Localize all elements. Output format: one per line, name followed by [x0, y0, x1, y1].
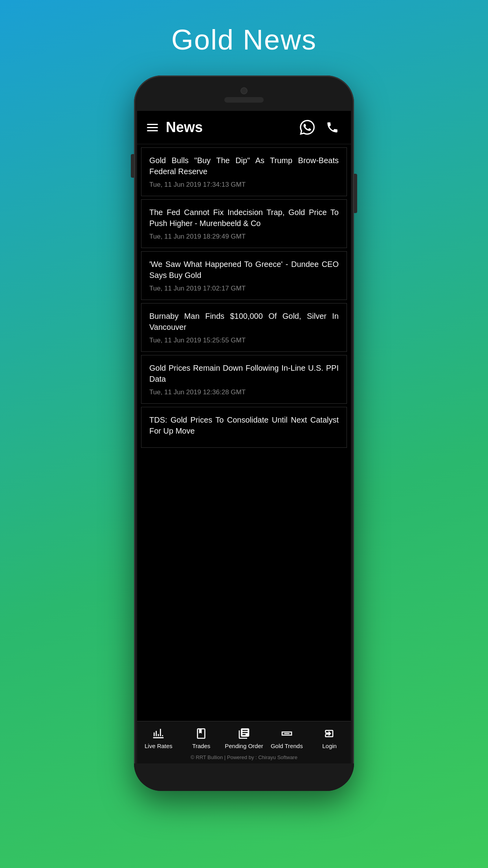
news-headline: Gold Bulls "Buy The Dip" As Trump Brow-B… [149, 155, 339, 177]
bottom-nav: Live Rates Trades Pending Order Gold Tre… [137, 721, 351, 753]
whatsapp-icon [300, 120, 315, 135]
header-left: News [147, 119, 203, 136]
nav-item-gold-trends[interactable]: Gold Trends [265, 725, 308, 751]
phone-call-icon [326, 121, 339, 134]
news-headline: TDS: Gold Prices To Consolidate Until Ne… [149, 414, 339, 436]
hamburger-line-2 [147, 127, 158, 128]
chart-line-icon [151, 726, 165, 741]
phone-screen: News Gold Bulls "Buy The Dip [137, 111, 351, 763]
phone-speaker [224, 97, 264, 103]
whatsapp-button[interactable] [299, 119, 316, 136]
phone-camera [240, 87, 248, 94]
news-item[interactable]: Gold Bulls "Buy The Dip" As Trump Brow-B… [141, 147, 347, 196]
news-headline: The Fed Cannot Fix Indecision Trap, Gold… [149, 207, 339, 229]
news-date: Tue, 11 Jun 2019 17:34:13 GMT [149, 181, 339, 189]
login-icon [323, 726, 337, 741]
header-icons [299, 119, 341, 136]
nav-label: Login [322, 743, 337, 749]
gold-bar-icon [280, 726, 294, 741]
nav-item-live-rates[interactable]: Live Rates [137, 725, 180, 751]
nav-label: Live Rates [145, 743, 172, 749]
nav-label: Pending Order [225, 743, 263, 749]
phone-frame: News Gold Bulls "Buy The Dip [134, 75, 354, 791]
hamburger-line-3 [147, 130, 158, 131]
phone-top [134, 75, 354, 111]
news-item[interactable]: 'We Saw What Happened To Greece' - Dunde… [141, 251, 347, 300]
news-date: Tue, 11 Jun 2019 15:25:55 GMT [149, 337, 339, 344]
phone-bottom [134, 763, 354, 791]
footer-text: © RRT Bullion | Powered by : Chirayu Sof… [137, 753, 351, 763]
news-headline: Burnaby Man Finds $100,000 Of Gold, Silv… [149, 311, 339, 333]
news-date: Tue, 11 Jun 2019 18:29:49 GMT [149, 233, 339, 241]
page-title: Gold News [171, 24, 317, 56]
news-date: Tue, 11 Jun 2019 12:36:28 GMT [149, 388, 339, 396]
nav-item-trades[interactable]: Trades [180, 725, 223, 751]
header-title: News [166, 119, 203, 136]
news-headline: 'We Saw What Happened To Greece' - Dunde… [149, 259, 339, 281]
news-item[interactable]: TDS: Gold Prices To Consolidate Until Ne… [141, 407, 347, 448]
hamburger-line-1 [147, 124, 158, 125]
phone-call-button[interactable] [324, 119, 341, 136]
book-icon [194, 726, 208, 741]
news-list: Gold Bulls "Buy The Dip" As Trump Brow-B… [137, 144, 351, 721]
nav-item-pending-order[interactable]: Pending Order [223, 725, 266, 751]
news-item[interactable]: Burnaby Man Finds $100,000 Of Gold, Silv… [141, 303, 347, 352]
nav-label: Trades [192, 743, 210, 749]
news-headline: Gold Prices Remain Down Following In-Lin… [149, 362, 339, 384]
app-header: News [137, 111, 351, 144]
books-icon [237, 726, 251, 741]
news-date: Tue, 11 Jun 2019 17:02:17 GMT [149, 285, 339, 292]
nav-item-login[interactable]: Login [308, 725, 351, 751]
news-item[interactable]: The Fed Cannot Fix Indecision Trap, Gold… [141, 199, 347, 248]
nav-label: Gold Trends [271, 743, 303, 749]
hamburger-menu-icon[interactable] [147, 124, 158, 131]
news-item[interactable]: Gold Prices Remain Down Following In-Lin… [141, 355, 347, 404]
